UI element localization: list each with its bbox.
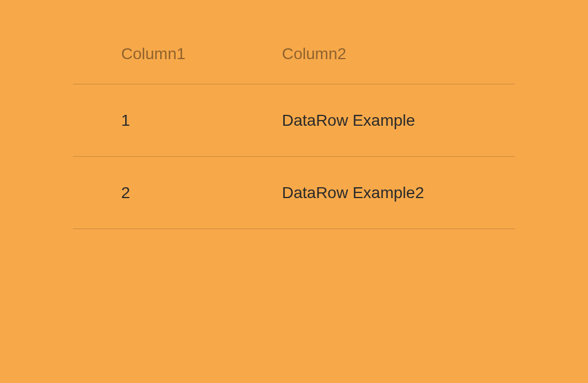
table-header-row: Column1 Column2 [73,45,515,84]
column-header-2[interactable]: Column2 [282,45,467,63]
data-table: Column1 Column2 1 DataRow Example 2 Data… [73,45,515,229]
cell-col2: DataRow Example [282,111,467,130]
cell-col2: DataRow Example2 [282,184,467,202]
cell-col1: 1 [121,111,282,130]
table-row[interactable]: 1 DataRow Example [73,84,515,157]
table-row[interactable]: 2 DataRow Example2 [73,157,515,229]
column-header-1[interactable]: Column1 [121,45,282,63]
cell-col1: 2 [121,184,282,202]
